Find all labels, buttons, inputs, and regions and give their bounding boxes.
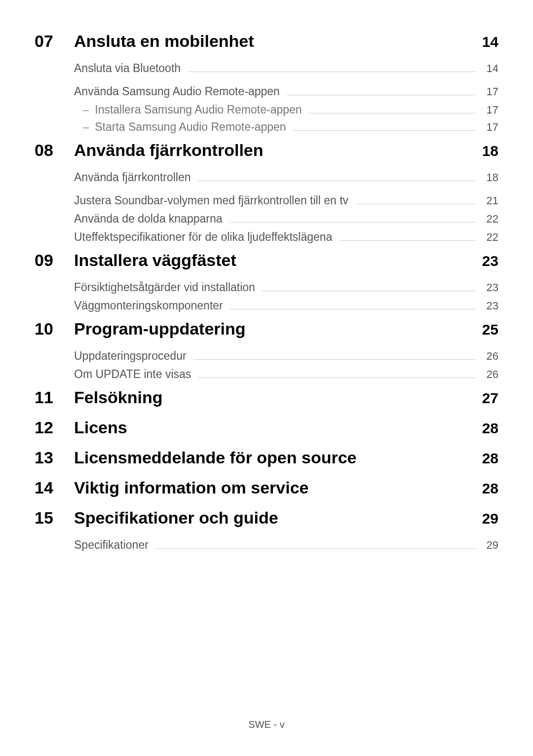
toc-leader-line <box>230 309 476 309</box>
toc-section-title: Felsökning <box>74 388 482 407</box>
toc-section-row[interactable]: 11Felsökning27 <box>35 388 498 407</box>
toc-leader-line <box>193 359 476 360</box>
toc-section-row[interactable]: 10Program-uppdatering25 <box>35 319 498 339</box>
toc-section-number: 11 <box>35 388 74 407</box>
toc-leader-line <box>262 291 476 291</box>
toc-sub-title: Uteffektspecifikationer för de olika lju… <box>74 230 332 244</box>
toc-leader-line <box>188 72 476 72</box>
toc-section-number: 09 <box>35 251 74 270</box>
toc-sub-title: Försiktighetsåtgärder vid installation <box>74 281 255 294</box>
toc-section-number: 08 <box>35 141 74 160</box>
toc-sub-sub-row[interactable]: –Starta Samsung Audio Remote-appen17 <box>83 120 498 134</box>
toc-section-title: Licensmeddelande för open source <box>74 448 482 467</box>
toc-sub-sub-title: Starta Samsung Audio Remote-appen <box>95 120 286 134</box>
toc-sub-title: Om UPDATE inte visas <box>74 368 191 381</box>
page-footer: SWE - v <box>0 719 533 730</box>
toc-leader-line <box>355 204 476 204</box>
toc-sub-page: 18 <box>483 171 498 184</box>
toc-sub-title: Använda de dolda knapparna <box>74 212 223 226</box>
toc-section-title: Program-uppdatering <box>74 319 482 339</box>
footer-text: SWE - v <box>248 719 284 730</box>
toc-sub-block: Försiktighetsåtgärder vid installation23… <box>74 281 498 312</box>
toc-sub-block: Använda fjärrkontrollen18Justera Soundba… <box>74 171 498 244</box>
toc-sub-page: 26 <box>483 350 498 363</box>
toc-section-page: 25 <box>482 321 498 338</box>
toc-section-row[interactable]: 13Licensmeddelande för open source28 <box>35 448 498 467</box>
toc-section-number: 15 <box>35 508 74 528</box>
toc-section-row[interactable]: 14Viktig information om service28 <box>35 478 498 497</box>
toc-section-title: Installera väggfästet <box>74 251 482 270</box>
toc-sub-page: 23 <box>483 281 498 294</box>
toc-leader-line <box>229 222 476 223</box>
toc-sub-page: 14 <box>483 62 498 75</box>
toc-sub-row[interactable]: Använda fjärrkontrollen18 <box>74 171 498 184</box>
toc-sub-row[interactable]: Justera Soundbar-volymen med fjärrkontro… <box>74 194 498 207</box>
toc-section-number: 13 <box>35 448 74 467</box>
toc-sub-title: Uppdateringsprocedur <box>74 349 187 363</box>
toc-sub-row[interactable]: Uppdateringsprocedur26 <box>74 349 498 363</box>
toc-section-page: 18 <box>482 143 498 159</box>
toc-sub-page: 22 <box>483 213 498 226</box>
toc-sub-page: 23 <box>483 300 498 312</box>
toc-section-page: 23 <box>482 253 498 269</box>
toc-sub-page: 29 <box>483 539 498 552</box>
toc-sub-title: Väggmonteringskomponenter <box>74 299 223 312</box>
toc-sub-title: Använda fjärrkontrollen <box>74 171 191 184</box>
toc-sub-sub-row[interactable]: –Installera Samsung Audio Remote-appen17 <box>83 103 498 116</box>
toc-section-number: 07 <box>35 32 74 51</box>
toc-sub-page: 26 <box>483 368 498 381</box>
toc-leader-line <box>198 181 476 181</box>
toc-section-title: Viktig information om service <box>74 478 482 497</box>
toc-section-row[interactable]: 12Licens28 <box>35 418 498 437</box>
toc-sub-page: 22 <box>483 231 498 244</box>
toc-sub-block: Specifikationer29 <box>74 538 498 552</box>
toc-sub-title: Använda Samsung Audio Remote-appen <box>74 85 280 98</box>
toc-sub-row[interactable]: Använda Samsung Audio Remote-appen17 <box>74 85 498 98</box>
toc-leader-line <box>309 113 476 113</box>
toc-sub-row[interactable]: Om UPDATE inte visas26 <box>74 368 498 381</box>
toc-section-page: 28 <box>482 450 498 467</box>
toc-sub-row[interactable]: Använda de dolda knapparna22 <box>74 212 498 226</box>
toc-section-row[interactable]: 08Använda fjärrkontrollen18 <box>35 141 498 160</box>
toc-sub-title: Specifikationer <box>74 538 149 552</box>
toc-sub-block: Uppdateringsprocedur26Om UPDATE inte vis… <box>74 349 498 381</box>
toc-leader-line <box>293 130 476 131</box>
toc-section-title: Specifikationer och guide <box>74 508 482 528</box>
toc-section-number: 12 <box>35 418 74 437</box>
toc-sub-row[interactable]: Väggmonteringskomponenter23 <box>74 299 498 312</box>
toc-sub-row[interactable]: Ansluta via Bluetooth14 <box>74 62 498 75</box>
toc-section-page: 14 <box>482 34 498 50</box>
toc-sub-page: 21 <box>483 194 498 207</box>
toc-section-page: 27 <box>482 390 498 407</box>
toc-sub-sub-page: 17 <box>483 104 498 116</box>
table-of-contents: 07Ansluta en mobilenhet14Ansluta via Blu… <box>35 32 498 552</box>
toc-section-title: Ansluta en mobilenhet <box>74 32 482 51</box>
toc-leader-line <box>339 240 476 241</box>
dash-icon: – <box>83 121 89 134</box>
toc-section-row[interactable]: 15Specifikationer och guide29 <box>35 508 498 528</box>
toc-sub-title: Justera Soundbar-volymen med fjärrkontro… <box>74 194 348 207</box>
toc-section-row[interactable]: 07Ansluta en mobilenhet14 <box>35 32 498 51</box>
toc-sub-sub-page: 17 <box>483 121 498 134</box>
toc-leader-line <box>198 378 476 378</box>
toc-sub-row[interactable]: Uteffektspecifikationer för de olika lju… <box>74 230 498 244</box>
toc-section-title: Licens <box>74 418 482 437</box>
toc-sub-sub-title: Installera Samsung Audio Remote-appen <box>95 103 302 116</box>
toc-section-page: 28 <box>482 480 498 497</box>
toc-section-title: Använda fjärrkontrollen <box>74 141 482 160</box>
toc-sub-block: Ansluta via Bluetooth14Använda Samsung A… <box>74 62 498 134</box>
toc-sub-title: Ansluta via Bluetooth <box>74 62 181 75</box>
toc-sub-row[interactable]: Specifikationer29 <box>74 538 498 552</box>
toc-leader-line <box>287 95 476 95</box>
toc-sub-row[interactable]: Försiktighetsåtgärder vid installation23 <box>74 281 498 294</box>
dash-icon: – <box>83 104 89 116</box>
toc-section-page: 28 <box>482 420 498 437</box>
toc-sub-page: 17 <box>483 85 498 98</box>
toc-leader-line <box>155 548 476 549</box>
toc-section-number: 14 <box>35 478 74 497</box>
toc-section-page: 29 <box>482 510 498 527</box>
toc-section-number: 10 <box>35 319 74 339</box>
toc-section-row[interactable]: 09Installera väggfästet23 <box>35 251 498 270</box>
